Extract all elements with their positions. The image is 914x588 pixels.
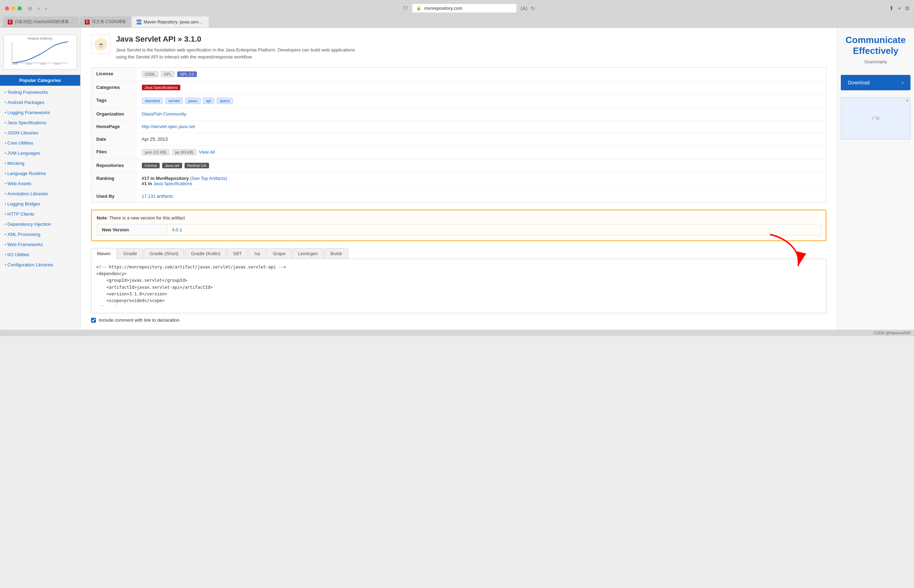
sidebar-item-web-assets[interactable]: Web Assets xyxy=(0,179,80,189)
sidebar-item-java-spec[interactable]: Java Specifications xyxy=(0,118,80,128)
minimize-button[interactable] xyxy=(11,6,15,11)
tab-csdn-blog[interactable]: C (3条消息) Xiaolock830的博客_CSDN 博客-java,c,前… xyxy=(3,16,79,27)
file-pom[interactable]: pom (13 KB) xyxy=(142,149,170,155)
tab-mvn[interactable]: MVN Maven Repository: javax.servlet » ja… xyxy=(132,16,209,27)
close-button[interactable] xyxy=(5,6,9,11)
homepage-link[interactable]: http://servlet-spec.java.net xyxy=(142,124,195,129)
repo-central[interactable]: Central xyxy=(142,163,160,168)
repositories-value: Central Java.net Redhat GA xyxy=(137,159,827,172)
translate-icon[interactable]: ⟨A⟩ xyxy=(520,6,527,11)
sidebar-item-web-frameworks[interactable]: Web Frameworks xyxy=(0,239,80,250)
new-tab-icon[interactable]: + xyxy=(898,5,901,11)
chart-area: Projects (millions) 2006 2010 2014 2018 … xyxy=(3,35,77,69)
info-table: License CDDL GPL GPL 2.0 Categories Java… xyxy=(91,67,827,203)
organization-value: GlassFish Community xyxy=(137,108,827,120)
tag-servlet[interactable]: servlet xyxy=(165,98,183,104)
download-button[interactable]: Download › xyxy=(841,75,911,90)
build-tab-leiningen[interactable]: Leiningen xyxy=(292,248,324,258)
category-java-spec[interactable]: Java Specifications xyxy=(142,85,180,90)
ad-thumbnail: 广告 ✕ xyxy=(841,97,911,139)
svg-text:2018: 2018 xyxy=(54,63,60,65)
tag-api[interactable]: api xyxy=(203,98,214,104)
tag-specs[interactable]: specs xyxy=(217,98,233,104)
sidebar-item-android[interactable]: Android Packages xyxy=(0,97,80,107)
include-comment-checkbox[interactable] xyxy=(91,318,96,323)
note-body: : There is a new version for this artifa… xyxy=(107,215,185,221)
java-logo-svg: ☕ xyxy=(94,37,108,52)
build-tab-buildr[interactable]: Buildr xyxy=(325,248,348,258)
tag-standard[interactable]: standard xyxy=(142,98,163,104)
forward-button[interactable]: › xyxy=(43,5,49,12)
sidebar-item-xml[interactable]: XML Processing xyxy=(0,229,80,239)
repositories-row: Repositories Central Java.net Redhat GA xyxy=(91,159,827,172)
build-tabs: Maven Gradle Gradle (Short) Gradle (Kotl… xyxy=(91,248,827,258)
license-gpl[interactable]: GPL xyxy=(161,71,175,78)
view-all-link[interactable]: View All xyxy=(199,149,215,155)
sidebar-item-jvm[interactable]: JVM Languages xyxy=(0,148,80,158)
used-by-link[interactable]: 17,131 artifacts xyxy=(142,194,173,199)
sidebar-item-config[interactable]: Configuration Libraries xyxy=(0,260,80,270)
sidebar-item-logging-bridges[interactable]: Logging Bridges xyxy=(0,199,80,209)
package-title: Java Servlet API » 3.1.0 xyxy=(116,35,361,44)
java-specifications-ranking-link[interactable]: Java Specifications xyxy=(154,181,192,186)
build-tab-gradle-short[interactable]: Gradle (Short) xyxy=(144,248,184,258)
sidebar-item-language-runtime[interactable]: Language Runtime xyxy=(0,168,80,179)
sidebar-item-json[interactable]: JSON Libraries xyxy=(0,128,80,138)
tab-label-3: Maven Repository: javax.servlet » javax.… xyxy=(144,19,204,24)
repo-javanet[interactable]: Java.net xyxy=(162,163,183,168)
build-tab-sbt[interactable]: SBT xyxy=(227,248,248,258)
tag-javax[interactable]: javax xyxy=(185,98,201,104)
code-section: <!-- https://mvnrepository.com/artifact/… xyxy=(91,258,827,323)
popular-categories-header: Popular Categories xyxy=(0,75,80,86)
license-gpl2[interactable]: GPL 2.0 xyxy=(177,71,197,77)
tab-csdn-write[interactable]: C 写文章-CSDN博客 xyxy=(80,16,131,27)
download-label: Download xyxy=(848,80,870,86)
tags-row: Tags standard servlet javax api specs xyxy=(91,94,827,108)
repositories-label: Repositories xyxy=(91,159,137,172)
organization-link[interactable]: GlassFish Community xyxy=(142,111,186,116)
checkbox-label: Include comment with link to declaration xyxy=(99,317,180,323)
address-bar[interactable]: 🔒 mvnrepository.com xyxy=(412,3,517,13)
see-top-artifacts-link[interactable]: (See Top Artifacts) xyxy=(190,176,227,181)
sidebar-item-annotation[interactable]: Annotation Libraries xyxy=(0,189,80,199)
license-row: License CDDL GPL GPL 2.0 xyxy=(91,68,827,81)
sidebar-item-io[interactable]: I/O Utilities xyxy=(0,250,80,260)
ad-label: 广告 xyxy=(872,116,880,121)
date-row: Date Apr 25, 2013 xyxy=(91,133,827,145)
new-version-link[interactable]: 4.0.1 xyxy=(172,227,182,233)
file-jar[interactable]: jar (93 KB) xyxy=(172,149,197,155)
new-version-value: 4.0.1 xyxy=(167,225,820,235)
files-row: Files pom (13 KB) jar (93 KB) View All xyxy=(91,145,827,159)
browser-frame: ⊞ ‹ › 🛡 🔒 mvnrepository.com ⟨A⟩ ↻ ⬆ + ⧉ … xyxy=(0,0,914,336)
sidebar-toggle-icon[interactable]: ⊞ xyxy=(28,6,32,11)
share-icon[interactable]: ⬆ xyxy=(889,5,894,11)
sidebar-item-http[interactable]: HTTP Clients xyxy=(0,209,80,219)
used-by-label: Used By xyxy=(91,190,137,203)
sidebar-item-dependency[interactable]: Dependency Injection xyxy=(0,219,80,229)
build-tab-gradle[interactable]: Gradle xyxy=(117,248,143,258)
build-tab-grape[interactable]: Grape xyxy=(267,248,291,258)
code-textarea[interactable]: <!-- https://mvnrepository.com/artifact/… xyxy=(96,264,821,306)
back-button[interactable]: ‹ xyxy=(36,5,42,12)
sidebar-item-core[interactable]: Core Utilities xyxy=(0,138,80,148)
license-cddl[interactable]: CDDL xyxy=(142,71,159,78)
ad-close-icon[interactable]: ✕ xyxy=(906,99,909,103)
categories-value: Java Specifications xyxy=(137,81,827,94)
refresh-icon[interactable]: ↻ xyxy=(531,6,535,11)
split-view-icon[interactable]: ⧉ xyxy=(905,5,909,11)
maximize-button[interactable] xyxy=(18,6,22,11)
grammarly-name: Grammarly xyxy=(844,59,907,65)
date-label: Date xyxy=(91,133,137,145)
ranking-java-text: #1 in xyxy=(142,181,154,186)
build-tab-maven[interactable]: Maven xyxy=(91,248,116,259)
sidebar: Projects (millions) 2006 2010 2014 2018 … xyxy=(0,27,81,330)
sidebar-item-testing[interactable]: Testing Frameworks xyxy=(0,87,80,97)
svg-text:2006: 2006 xyxy=(12,63,18,65)
download-chevron-icon: › xyxy=(902,80,903,86)
note-text: Note: There is a new version for this ar… xyxy=(97,215,821,221)
sidebar-item-logging[interactable]: Logging Frameworks xyxy=(0,107,80,118)
build-tab-gradle-kotlin[interactable]: Gradle (Kotlin) xyxy=(185,248,226,258)
sidebar-item-mocking[interactable]: Mocking xyxy=(0,158,80,168)
build-tab-ivy[interactable]: Ivy xyxy=(249,248,267,258)
repo-redhat[interactable]: Redhat GA xyxy=(184,163,209,168)
